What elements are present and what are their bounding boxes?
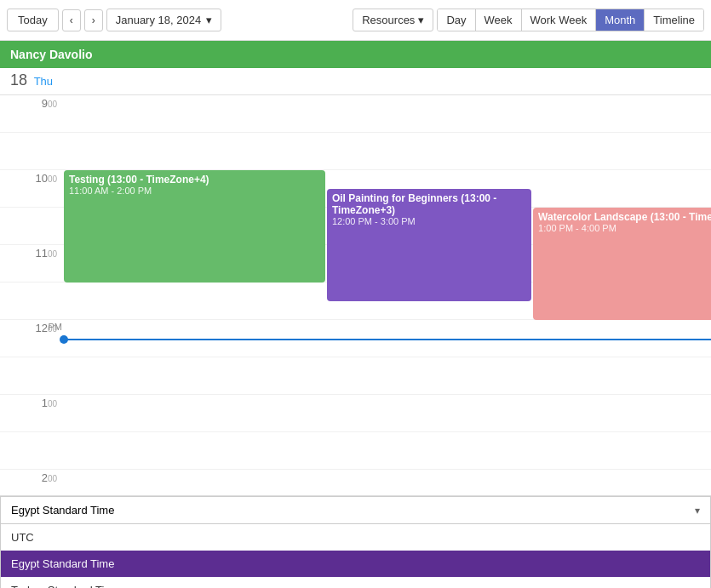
- time-label-9: 900: [0, 95, 64, 132]
- event-oil-painting-title: Oil Painting for Beginners (13:00 - Time…: [332, 192, 526, 216]
- now-dot: [60, 335, 68, 344]
- time-body-9: [64, 95, 711, 132]
- tz-option-egypt[interactable]: Egypt Standard Time: [1, 551, 710, 577]
- time-row-12h: [0, 357, 711, 395]
- time-row-9: 900: [0, 95, 711, 133]
- date-range-text: January 18, 2024: [116, 14, 201, 26]
- view-day-button[interactable]: Day: [438, 9, 475, 31]
- view-timeline-button[interactable]: Timeline: [645, 9, 703, 31]
- time-label-10: 1000: [0, 170, 64, 207]
- time-row-1: 100: [0, 395, 711, 432]
- time-body-1: [64, 395, 711, 431]
- time-label-12h: [0, 357, 64, 394]
- time-label-1: 100: [0, 395, 64, 431]
- time-row-1h: [0, 432, 711, 470]
- resources-button[interactable]: Resources ▾: [353, 9, 433, 31]
- event-oil-painting[interactable]: Oil Painting for Beginners (13:00 - Time…: [327, 189, 531, 301]
- event-testing-time: 11:00 AM - 2:00 PM: [69, 186, 320, 196]
- time-body-2: [64, 470, 711, 495]
- tz-option-utc[interactable]: UTC: [1, 524, 710, 551]
- dropdown-icon: ▾: [206, 14, 212, 26]
- date-range-picker[interactable]: January 18, 2024 ▾: [106, 9, 221, 31]
- pm-label: PM: [49, 322, 63, 332]
- event-testing-title: Testing (13:00 - TimeZone+4): [69, 174, 320, 186]
- time-grid: 900 1000 1100: [0, 95, 711, 495]
- event-watercolor[interactable]: Watercolor Landscape (13:00 - TimeZone+2…: [533, 208, 711, 320]
- prev-button[interactable]: ‹: [62, 9, 81, 31]
- resources-arrow-icon: ▾: [418, 14, 424, 26]
- time-body-9h: [64, 133, 711, 169]
- today-button[interactable]: Today: [7, 9, 59, 31]
- event-oil-painting-time: 12:00 PM - 3:00 PM: [332, 216, 526, 226]
- resource-header: Nancy Davolio: [0, 41, 711, 68]
- event-watercolor-time: 1:00 PM - 4:00 PM: [538, 223, 711, 233]
- time-row-2: 200: [0, 470, 711, 495]
- timezone-selected-value: Egypt Standard Time: [11, 504, 114, 517]
- day-number: 18: [10, 71, 27, 88]
- day-name: Thu: [34, 75, 53, 88]
- toolbar: Today ‹ › January 18, 2024 ▾ Resources ▾…: [0, 0, 711, 41]
- now-line: [64, 339, 711, 340]
- chevron-down-icon: ▾: [695, 505, 700, 517]
- timezone-dropdown: UTC Egypt Standard Time Turkey Standard …: [0, 524, 711, 588]
- view-switcher: Day Week Work Week Month Timeline: [437, 9, 704, 31]
- time-body-1h: [64, 432, 711, 469]
- timezone-selector: Egypt Standard Time ▾ UTC Egypt Standard…: [0, 495, 711, 588]
- tz-option-turkey[interactable]: Turkey Standard Time: [1, 577, 710, 588]
- time-row-9h: [0, 133, 711, 170]
- time-label-1h: [0, 432, 64, 469]
- day-header: 18 Thu: [0, 68, 711, 95]
- view-month-button[interactable]: Month: [596, 9, 645, 31]
- timezone-select-box[interactable]: Egypt Standard Time ▾: [0, 496, 711, 524]
- resources-label: Resources: [362, 14, 415, 26]
- time-label-10h: [0, 208, 64, 244]
- event-watercolor-title: Watercolor Landscape (13:00 - TimeZone+2…: [538, 211, 711, 223]
- time-label-11: 1100: [0, 245, 64, 282]
- view-week-button[interactable]: Week: [476, 9, 522, 31]
- time-label-2: 200: [0, 470, 64, 495]
- time-label-11h: [0, 283, 64, 319]
- resource-name: Nancy Davolio: [10, 48, 92, 61]
- time-body-12h: [64, 357, 711, 394]
- event-testing[interactable]: Testing (13:00 - TimeZone+4) 11:00 AM - …: [64, 170, 325, 283]
- time-label-12: 1200 PM: [0, 320, 64, 357]
- next-button[interactable]: ›: [84, 9, 103, 31]
- view-workweek-button[interactable]: Work Week: [522, 9, 597, 31]
- time-label-9h: [0, 133, 64, 169]
